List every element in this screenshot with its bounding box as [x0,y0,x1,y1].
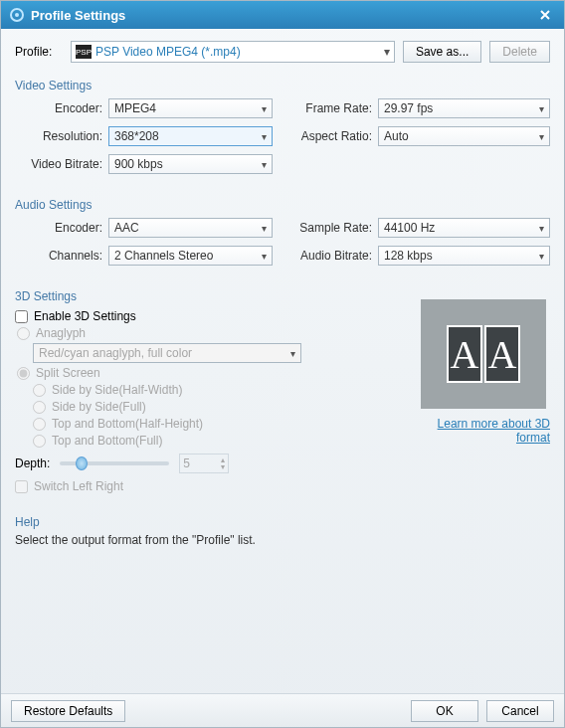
slider-thumb[interactable] [76,456,88,470]
channels-label: Channels: [15,249,102,263]
audio-bitrate-label: Audio Bitrate: [292,249,372,263]
psp-icon: PSP [76,45,92,59]
svg-point-1 [15,13,19,17]
window-title: Profile Settings [31,8,125,23]
spinner-arrows-icon: ▴▾ [221,456,225,470]
close-button[interactable] [534,6,556,24]
tab-full-radio: Top and Bottom(Full) [33,434,409,448]
audio-encoder-label: Encoder: [15,221,102,235]
cancel-button[interactable]: Cancel [486,700,554,722]
help-title: Help [15,515,550,529]
3d-settings-title: 3D Settings [15,289,409,303]
switch-lr-checkbox: Switch Left Right [15,479,409,493]
tab-half-radio: Top and Bottom(Half-Height) [33,417,409,431]
depth-label: Depth: [15,456,50,470]
video-bitrate-label: Video Bitrate: [15,157,102,171]
sample-rate-label: Sample Rate: [292,221,372,235]
help-text: Select the output format from the "Profi… [15,533,550,547]
restore-defaults-button[interactable]: Restore Defaults [11,700,125,722]
resolution-label: Resolution: [15,129,102,143]
sbs-full-radio: Side by Side(Full) [33,400,409,414]
aspect-ratio-label: Aspect Ratio: [292,129,372,143]
chevron-down-icon: ▾ [539,131,544,142]
enable-3d-checkbox[interactable]: Enable 3D Settings [15,309,409,323]
chevron-down-icon: ▾ [539,223,544,234]
ok-button[interactable]: OK [411,700,478,722]
profile-value: PSP Video MPEG4 (*.mp4) [95,45,380,59]
chevron-down-icon: ▾ [539,251,544,262]
video-encoder-label: Encoder: [15,101,102,115]
video-bitrate-select[interactable]: 900 kbps▾ [108,154,273,174]
aspect-ratio-select[interactable]: Auto▾ [378,126,550,146]
chevron-down-icon: ▾ [262,131,267,142]
chevron-down-icon: ▾ [290,348,295,359]
titlebar: Profile Settings [1,1,564,29]
sbs-half-radio: Side by Side(Half-Width) [33,383,409,397]
chevron-down-icon: ▾ [539,103,544,114]
chevron-down-icon: ▾ [262,223,267,234]
depth-slider[interactable] [60,461,169,465]
sample-rate-select[interactable]: 44100 Hz▾ [378,218,550,238]
audio-settings-title: Audio Settings [15,198,550,212]
audio-encoder-select[interactable]: AAC▾ [108,218,273,238]
save-as-button[interactable]: Save as... [403,41,481,63]
chevron-down-icon: ▾ [262,159,267,170]
profile-select[interactable]: PSP PSP Video MPEG4 (*.mp4) ▾ [71,41,395,63]
3d-preview: AA [421,299,546,409]
chevron-down-icon: ▾ [262,251,267,262]
depth-spinner: 5▴▾ [179,454,229,473]
video-encoder-select[interactable]: MPEG4▾ [108,98,273,118]
profile-label: Profile: [15,45,63,59]
video-settings-title: Video Settings [15,79,550,92]
anaglyph-radio: Anaglyph [17,326,409,340]
app-icon [9,7,25,23]
resolution-select[interactable]: 368*208▾ [108,126,273,146]
channels-select[interactable]: 2 Channels Stereo▾ [108,246,273,266]
learn-more-link[interactable]: Learn more about 3D format [421,417,550,445]
anaglyph-type-select: Red/cyan anaglyph, full color▾ [33,343,301,363]
frame-rate-label: Frame Rate: [292,101,372,115]
delete-button: Delete [489,41,550,63]
chevron-down-icon: ▾ [262,103,267,114]
chevron-down-icon: ▾ [384,45,390,59]
split-screen-radio: Split Screen [17,366,409,380]
audio-bitrate-select[interactable]: 128 kbps▾ [378,246,550,266]
frame-rate-select[interactable]: 29.97 fps▾ [378,98,550,118]
